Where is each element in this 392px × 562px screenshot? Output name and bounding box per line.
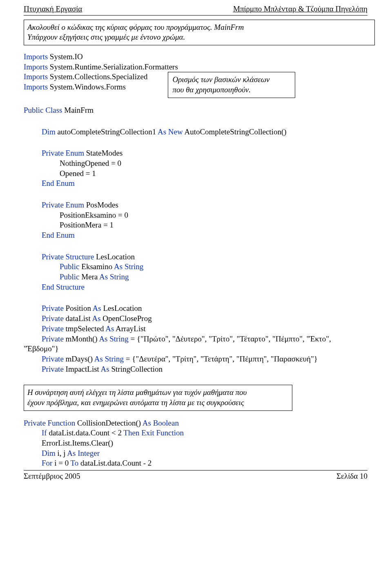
imports-with-sidebox: Imports System.Collections.Specialized I… [24,72,368,98]
intro-box: Ακολουθεί ο κώδικας της κύριας φόρμας το… [24,20,375,45]
footer-right: Σελίδα 10 [336,471,368,482]
page-header: Πτυχιακή Εργασία Μπίρμπο Μπλένταρ & Τζού… [24,4,368,16]
var-mmonth: Private mMonth() As String = {"Πρώτο", "… [24,334,368,344]
var-impactlist: Private ImpactList As StringCollection [24,364,368,375]
dim-autocomplete: Dim autoCompleteStringCollection1 As New… [24,127,368,137]
side-comment-box: Ορισμός των βασικών κλάσεων που θα χρησι… [168,72,295,98]
class-declaration: Public Class MainFrm [24,105,368,116]
intro-line-1: Ακολουθεί ο κώδικας της κύριας φόρμας το… [27,22,371,33]
enum-posmodes-l2: PositionMera = 1 [24,220,368,230]
enum-posmodes-l1: PositionEksamino = 0 [24,210,368,221]
header-right: Μπίρμπο Μπλένταρ & Τζούμπα Πηνελόπη [233,4,368,14]
imports-block: Imports System.IO Imports System.Runtime… [24,52,368,98]
import-forms: Imports System.Windows.Forms [24,82,147,92]
struct-decl: Private Structure LesLocation [24,252,368,262]
func-line-2: ErrorList.Items.Clear() [24,438,368,448]
var-datalist: Private dataList As OpenCloseProg [24,314,368,324]
var-mdays: Private mDays() As String = {"Δευτέρα", … [24,354,368,364]
func-line-4: For i = 0 To dataList.data.Count - 2 [24,458,368,468]
var-tmpselected: Private tmpSelected As ArrayList [24,324,368,334]
var-position: Private Position As LesLocation [24,303,368,314]
func-line-3: Dim i, j As Integer [24,448,368,459]
import-collections: Imports System.Collections.Specialized [24,72,147,82]
import-runtime: Imports System.Runtime.Serialization.For… [24,62,368,72]
enum-posmodes: Private Enum PosModes [24,200,368,210]
header-left: Πτυχιακή Εργασία [24,4,82,14]
var-mmonth-cont: "Έβδομο"} [24,344,368,354]
func-decl: Private Function CollisionDetection() As… [24,418,368,428]
enum-statemodes-l1: NothingOpened = 0 [24,158,368,169]
enum-statemodes-end: End Enum [24,178,368,189]
import-io: Imports System.IO [24,52,368,62]
enum-statemodes: Private Enum StateModes [24,148,368,158]
intro-line-2: Υπάρχουν εξηγήσεις στις γραμμές με έντον… [27,32,371,42]
func-line-1: If dataList.data.Count < 2 Then Exit Fun… [24,428,368,438]
struct-field-1: Public Eksamino As String [24,262,368,272]
function-comment-box: Η συνάρτηση αυτή ελέγχει τη λίστα μαθημά… [24,385,292,410]
enum-posmodes-end: End Enum [24,230,368,241]
footer-left: Σεπτέμβριος 2005 [24,471,80,482]
enum-statemodes-l2: Opened = 1 [24,169,368,179]
page-footer: Σεπτέμβριος 2005 Σελίδα 10 [24,470,368,482]
struct-field-2: Public Mera As String [24,272,368,282]
struct-end: End Structure [24,282,368,292]
